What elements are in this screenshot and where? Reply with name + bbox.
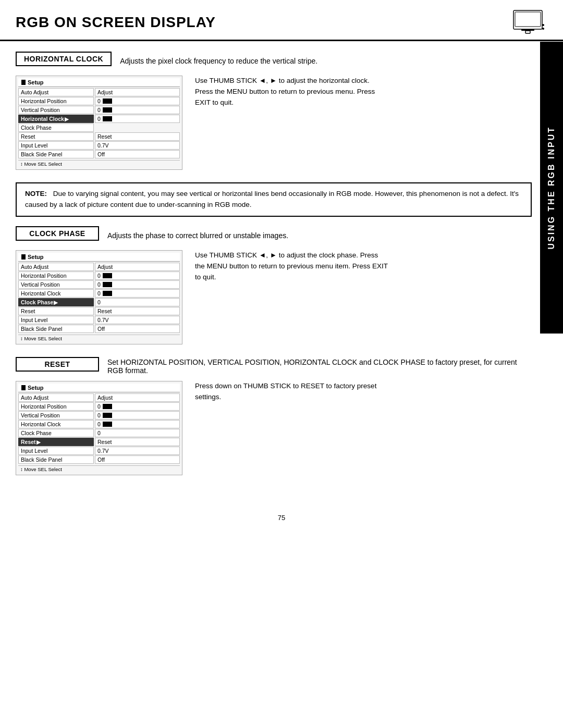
menu-row: Vertical Position0 — [18, 411, 180, 419]
tv-icon — [511, 9, 547, 35]
menu-row: Auto AdjustAdjust — [18, 88, 180, 96]
menu-row: Black Side PanelOff — [18, 325, 180, 333]
section-2-text: Use THUMB STICK ◄, ► to adjust the clock… — [195, 250, 388, 283]
menu-row: Black Side PanelOff — [18, 150, 180, 158]
value-bar — [103, 404, 112, 409]
page-footer: 75 — [0, 514, 563, 532]
menu-row-label: Auto Adjust — [18, 263, 94, 271]
menu-row-value: Adjust — [95, 263, 180, 271]
menu-row: Vertical Position0 — [18, 106, 180, 114]
menu-row: Reset▶Reset — [18, 438, 180, 446]
menu-row-value: Off — [95, 325, 180, 333]
menu-row: Clock Phase▶0 — [18, 298, 180, 306]
section-2-content: Setup Auto AdjustAdjustHorizontal Positi… — [16, 250, 532, 344]
menu-row-value: 0 — [95, 97, 180, 105]
page-header: RGB ON SCREEN DISPLAY — [0, 0, 563, 41]
menu-row-label: Vertical Position — [18, 106, 94, 114]
menu-rows-0: Auto AdjustAdjustHorizontal Position0Ver… — [18, 88, 180, 158]
menu-row-value: Adjust — [95, 88, 180, 96]
menu-row-label: Horizontal Clock▶ — [18, 115, 94, 123]
menu-row-label: Black Side Panel — [18, 455, 94, 464]
menu-row: Input Level0.7V — [18, 447, 180, 455]
horizontal-clock-desc: Adjusts the pixel clock frequency to red… — [120, 57, 317, 65]
menu-row: Horizontal Clock▶0 — [18, 115, 180, 123]
menu-title-3: Setup — [18, 384, 180, 392]
svg-point-4 — [542, 24, 544, 26]
menu-row-arrow: ▶ — [64, 116, 69, 122]
menu-row-value: Reset — [95, 132, 180, 141]
menu-row-label: Vertical Position — [18, 411, 94, 419]
menu-row-value: 0 — [95, 106, 180, 114]
menu-screenshot-3: Setup Auto AdjustAdjustHorizontal Positi… — [16, 381, 182, 475]
section-header-row-3: RESET Set HORIZONTAL POSITION, VERTICAL … — [16, 357, 532, 376]
section-3-content: Setup Auto AdjustAdjustHorizontal Positi… — [16, 381, 532, 475]
value-bar — [103, 291, 112, 296]
section-3-text: Press down on THUMB STICK to RESET to fa… — [195, 381, 388, 403]
menu-row-arrow: ▶ — [53, 300, 58, 305]
svg-rect-3 — [525, 31, 530, 33]
value-bar — [103, 273, 112, 278]
menu-row: Clock Phase0 — [18, 429, 180, 437]
section-header-row-2: CLOCK PHASE Adjusts the phase to correct… — [16, 226, 532, 245]
reset-header: RESET — [16, 357, 99, 372]
menu-row-arrow: ▶ — [36, 439, 41, 445]
menu-row-label: Input Level — [18, 141, 94, 150]
menu-row-value: 0 — [95, 411, 180, 419]
menu-row-label: Input Level — [18, 316, 94, 324]
menu-rows-1: Auto AdjustAdjustHorizontal Position0Ver… — [18, 263, 180, 333]
menu-row-value: Reset — [95, 438, 180, 446]
section-reset: RESET Set HORIZONTAL POSITION, VERTICAL … — [16, 357, 532, 475]
section-clock-phase: CLOCK PHASE Adjusts the phase to correct… — [16, 226, 532, 344]
menu-row: ResetReset — [18, 132, 180, 141]
note-text: Due to varying signal content, you may s… — [25, 190, 519, 208]
menu-row: Input Level0.7V — [18, 141, 180, 150]
menu-row: Clock Phase — [18, 124, 180, 132]
menu-title-2: Setup — [18, 253, 180, 262]
note-box: NOTE: Due to varying signal content, you… — [16, 182, 532, 217]
menu-screenshot-2: Setup Auto AdjustAdjustHorizontal Positi… — [16, 250, 182, 344]
menu-row: Vertical Position0 — [18, 280, 180, 289]
value-bar — [103, 282, 112, 287]
menu-row-label: Auto Adjust — [18, 393, 94, 402]
menu-row-value: 0.7V — [95, 316, 180, 324]
menu-rows-2: Auto AdjustAdjustHorizontal Position0Ver… — [18, 393, 180, 464]
section-1-content: Setup Auto AdjustAdjustHorizontal Positi… — [16, 76, 532, 170]
menu-row-label: Horizontal Position — [18, 402, 94, 411]
menu-title-1: Setup — [18, 78, 180, 87]
menu-row-value: 0 — [95, 298, 180, 306]
clock-phase-header: CLOCK PHASE — [16, 226, 99, 241]
menu-title-indicator-1 — [21, 80, 26, 85]
value-bar — [103, 413, 112, 418]
value-bar — [103, 422, 112, 427]
sidebar-label: USING THE RGB INPUT — [540, 42, 563, 334]
menu-row: Black Side PanelOff — [18, 455, 180, 464]
menu-title-indicator-2 — [21, 254, 26, 260]
svg-point-5 — [542, 28, 544, 30]
menu-row-label: Clock Phase — [18, 124, 94, 132]
menu-row-label: Clock Phase — [18, 429, 94, 437]
menu-row-label: Input Level — [18, 447, 94, 455]
menu-row-label: Horizontal Position — [18, 97, 94, 105]
menu-row-label: Clock Phase▶ — [18, 298, 94, 306]
menu-screenshot-1: Setup Auto AdjustAdjustHorizontal Positi… — [16, 76, 182, 170]
page-title: RGB ON SCREEN DISPLAY — [16, 14, 216, 31]
menu-row-value: Off — [95, 150, 180, 158]
menu-row: ResetReset — [18, 307, 180, 315]
menu-row-label: Reset▶ — [18, 438, 94, 446]
value-bar — [103, 107, 112, 113]
menu-row-value: 0 — [95, 272, 180, 280]
menu-row-value: 0 — [95, 115, 180, 123]
menu-row: Auto AdjustAdjust — [18, 263, 180, 271]
note-label: NOTE: — [25, 190, 47, 198]
section-horizontal-clock: HORIZONTAL CLOCK Adjusts the pixel clock… — [16, 52, 532, 170]
menu-footer-0: ↕ Move SEL Select — [18, 160, 180, 167]
section-1-text: Use THUMB STICK ◄, ► to adjust the horiz… — [195, 76, 388, 108]
horizontal-clock-header: HORIZONTAL CLOCK — [16, 52, 112, 66]
menu-row-label: Black Side Panel — [18, 325, 94, 333]
clock-phase-desc: Adjusts the phase to correct blurred or … — [107, 231, 288, 240]
menu-row-label: Horizontal Position — [18, 272, 94, 280]
main-content: HORIZONTAL CLOCK Adjusts the pixel clock… — [0, 41, 563, 498]
menu-row-label: Reset — [18, 132, 94, 141]
menu-row-label: Horizontal Clock — [18, 289, 94, 298]
menu-row-label: Horizontal Clock — [18, 420, 94, 428]
